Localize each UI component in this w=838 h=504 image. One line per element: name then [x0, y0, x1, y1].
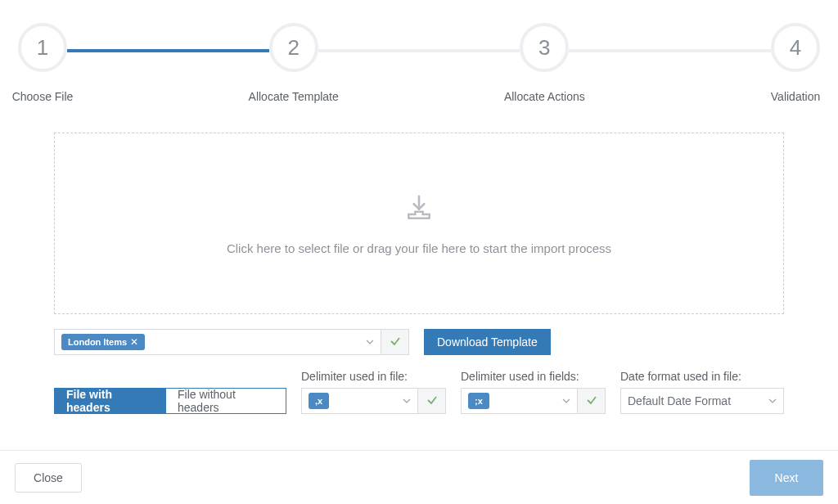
field-delimiter-confirm-button[interactable] [578, 388, 606, 414]
chevron-down-icon [403, 394, 411, 407]
step-connector-3 [569, 49, 771, 52]
headers-toggle-group: File with headers File without headers [54, 388, 286, 414]
check-icon [426, 394, 438, 408]
footer: Close Next [0, 450, 838, 504]
template-confirm-button[interactable] [381, 329, 409, 355]
chevron-down-icon [768, 394, 777, 407]
chip-label: ,x [315, 396, 322, 406]
file-without-headers-toggle[interactable]: File without headers [166, 388, 286, 414]
step-number: 2 [269, 23, 318, 72]
file-with-headers-toggle[interactable]: File with headers [54, 388, 166, 414]
step-3[interactable]: 3 Allocate Actions [520, 23, 569, 103]
field-delimiter-label: Delimiter used in fields: [461, 370, 606, 383]
check-icon [390, 335, 401, 349]
next-button[interactable]: Next [750, 460, 823, 496]
dropzone-text: Click here to select file or drag your f… [227, 241, 611, 255]
step-number: 1 [18, 23, 67, 72]
date-format-label: Date format used in file: [620, 370, 784, 383]
step-number: 3 [520, 23, 569, 72]
close-button[interactable]: Close [15, 463, 82, 493]
step-label: Allocate Actions [504, 90, 585, 103]
step-number: 4 [771, 23, 820, 72]
date-format-selected: Default Date Format [628, 394, 731, 407]
file-delimiter-label: Delimiter used in file: [301, 370, 446, 383]
chevron-down-icon [562, 394, 570, 407]
step-label: Choose File [12, 90, 74, 103]
template-combo: London Items ✕ [54, 329, 409, 355]
check-icon [586, 394, 597, 408]
template-select[interactable]: London Items ✕ [54, 329, 381, 355]
file-delimiter-group: Delimiter used in file: ,x [301, 370, 446, 414]
step-4[interactable]: 4 Validation [771, 23, 820, 103]
field-delimiter-group: Delimiter used in fields: ;x [461, 370, 606, 414]
template-chip[interactable]: London Items ✕ [61, 334, 145, 350]
field-delimiter-chip[interactable]: ;x [468, 393, 489, 409]
step-connector-2 [318, 49, 520, 52]
date-format-select[interactable]: Default Date Format [620, 388, 784, 414]
field-delimiter-select[interactable]: ;x [461, 388, 578, 414]
step-label: Validation [771, 90, 820, 103]
step-2[interactable]: 2 Allocate Template [269, 23, 318, 103]
date-format-group: Date format used in file: Default Date F… [620, 370, 784, 414]
file-delimiter-select[interactable]: ,x [301, 388, 418, 414]
file-dropzone[interactable]: Click here to select file or drag your f… [54, 133, 784, 314]
chevron-down-icon [366, 335, 374, 349]
chip-label: London Items [68, 337, 127, 347]
chip-remove-icon[interactable]: ✕ [130, 336, 138, 348]
upload-icon [403, 192, 435, 223]
file-delimiter-confirm-button[interactable] [418, 388, 446, 414]
file-delimiter-chip[interactable]: ,x [309, 393, 329, 409]
step-label: Allocate Template [249, 90, 339, 103]
wizard-stepper: 1 Choose File 2 Allocate Template 3 Allo… [0, 0, 838, 103]
step-connector-1 [67, 49, 269, 52]
chip-label: ;x [475, 396, 483, 406]
step-1[interactable]: 1 Choose File [18, 23, 67, 103]
download-template-button[interactable]: Download Template [424, 329, 551, 355]
